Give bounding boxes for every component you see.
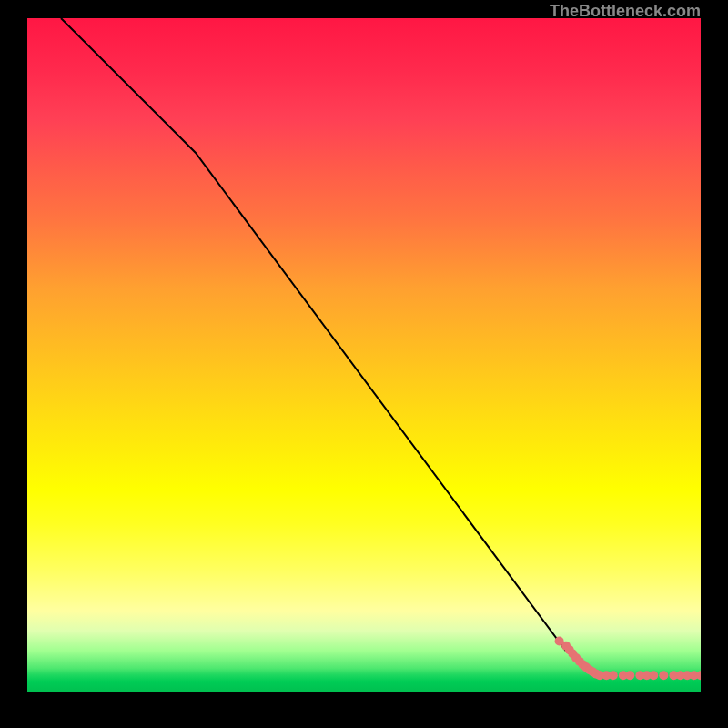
attribution-text: TheBottleneck.com [550,2,701,21]
plot-gradient-background [27,18,701,692]
chart-container [27,18,701,692]
